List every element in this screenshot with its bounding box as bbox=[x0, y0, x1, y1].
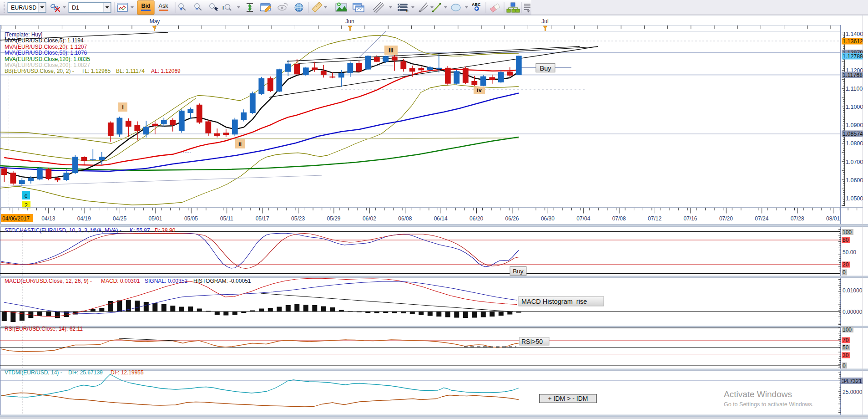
svg-text:K: 55.87: K: 55.87 bbox=[130, 227, 150, 234]
svg-text:Jun: Jun bbox=[345, 18, 354, 25]
svg-text:07/20: 07/20 bbox=[719, 215, 733, 222]
svg-text:05/17: 05/17 bbox=[256, 215, 269, 222]
svg-text:MVA(EUR/USD.Close,50): 1.1076: MVA(EUR/USD.Close,50): 1.1076 bbox=[5, 50, 87, 56]
svg-text:BL: 1.11174: BL: 1.11174 bbox=[116, 68, 145, 74]
svg-text:07/04: 07/04 bbox=[576, 215, 590, 222]
svg-text:MVA(EUR/USD.Close,20): 1.1207: MVA(EUR/USD.Close,20): 1.1207 bbox=[5, 44, 87, 50]
svg-text:I: I bbox=[222, 5, 224, 10]
svg-text:06/20: 06/20 bbox=[469, 215, 483, 222]
svg-text:1.0500: 1.0500 bbox=[846, 195, 863, 202]
svg-text:VTDMI(EUR/USD, 14) -: VTDMI(EUR/USD, 14) - bbox=[5, 369, 62, 376]
svg-text:0: 0 bbox=[843, 363, 846, 369]
svg-text:0.00000: 0.00000 bbox=[843, 309, 863, 315]
svg-text:Buy: Buy bbox=[513, 268, 524, 275]
svg-text:04/25: 04/25 bbox=[113, 215, 126, 222]
svg-text:TL: 1.12965: TL: 1.12965 bbox=[81, 68, 111, 74]
svg-text:06/08: 06/08 bbox=[398, 215, 412, 222]
svg-text:06/02: 06/02 bbox=[363, 215, 376, 222]
svg-text:80: 80 bbox=[843, 237, 849, 243]
svg-text:Bid: Bid bbox=[141, 3, 150, 9]
svg-text:100: 100 bbox=[843, 327, 852, 333]
svg-text:04/06/2017: 04/06/2017 bbox=[2, 215, 30, 222]
svg-text:06/26: 06/26 bbox=[505, 215, 519, 222]
svg-text:05/11: 05/11 bbox=[220, 215, 233, 222]
svg-text:D1: D1 bbox=[72, 5, 79, 11]
svg-text:DI-: 12.19955: DI-: 12.19955 bbox=[111, 369, 144, 376]
svg-text:BB(EUR/USD.Close, 20, 2) -: BB(EUR/USD.Close, 20, 2) - bbox=[5, 68, 74, 74]
svg-text:20: 20 bbox=[843, 261, 849, 268]
svg-text:05/29: 05/29 bbox=[327, 215, 340, 222]
svg-text:04/19: 04/19 bbox=[77, 215, 91, 222]
svg-text:MVA(EUR/USD.Close,120): 1.0835: MVA(EUR/USD.Close,120): 1.0835 bbox=[5, 56, 90, 62]
svg-text:c: c bbox=[25, 192, 28, 199]
svg-text:07/28: 07/28 bbox=[791, 215, 804, 222]
svg-text:1.11768: 1.11768 bbox=[843, 72, 863, 78]
svg-text:MACD(EUR/USD.Close, 12, 26, 9): MACD(EUR/USD.Close, 12, 26, 9) - bbox=[5, 278, 92, 284]
svg-text:AL: 1.12069: AL: 1.12069 bbox=[151, 68, 181, 74]
svg-text:1.1100: 1.1100 bbox=[846, 86, 863, 92]
svg-text:1.1400: 1.1400 bbox=[846, 31, 863, 37]
svg-text:MACD Histogram rise: MACD Histogram rise bbox=[521, 298, 587, 305]
svg-text:DI+: 25.67139: DI+: 25.67139 bbox=[68, 369, 103, 376]
svg-text:34.7321: 34.7321 bbox=[842, 378, 862, 384]
svg-text:30: 30 bbox=[843, 352, 849, 358]
svg-text:SIGNAL: 0.00352: SIGNAL: 0.00352 bbox=[145, 278, 187, 284]
svg-text:05/23: 05/23 bbox=[291, 215, 305, 222]
svg-text:0: 0 bbox=[843, 269, 846, 276]
svg-text:07/08: 07/08 bbox=[612, 215, 626, 222]
svg-text:MVA(EUR/USD.Close,5): 1.1194: MVA(EUR/USD.Close,5): 1.1194 bbox=[5, 37, 84, 44]
svg-text:1.0900: 1.0900 bbox=[846, 122, 863, 128]
svg-text:ABC: ABC bbox=[472, 2, 481, 7]
svg-text:25.0000: 25.0000 bbox=[843, 389, 863, 395]
svg-text:RSI(EUR/USD.Close, 14): 62.11: RSI(EUR/USD.Close, 14): 62.11 bbox=[5, 326, 83, 332]
svg-text:HISTOGRAM: -0.00051: HISTOGRAM: -0.00051 bbox=[193, 278, 251, 284]
svg-text:1.0800: 1.0800 bbox=[846, 140, 863, 147]
svg-text:F: F bbox=[406, 9, 409, 13]
svg-text:1.08574: 1.08574 bbox=[843, 131, 863, 137]
svg-text:05/01: 05/01 bbox=[148, 215, 162, 222]
svg-text:i: i bbox=[122, 104, 124, 111]
svg-text:Go to Settings to activate Win: Go to Settings to activate Windows. bbox=[724, 401, 813, 408]
svg-text:D: 38.90: D: 38.90 bbox=[155, 227, 176, 234]
svg-text:08/01: 08/01 bbox=[826, 215, 840, 222]
svg-text:1.0600: 1.0600 bbox=[846, 177, 863, 184]
svg-text:100: 100 bbox=[843, 229, 852, 235]
svg-text:+ IDM > - IDM: + IDM > - IDM bbox=[548, 395, 588, 402]
svg-text:07/16: 07/16 bbox=[683, 215, 697, 222]
svg-text:1.1000: 1.1000 bbox=[846, 104, 863, 110]
svg-text:Buy: Buy bbox=[540, 65, 552, 72]
svg-text:05/05: 05/05 bbox=[184, 215, 198, 222]
svg-text:MACD: 0.00301: MACD: 0.00301 bbox=[101, 278, 140, 284]
svg-text:1.13612: 1.13612 bbox=[843, 38, 863, 45]
svg-text:07/24: 07/24 bbox=[755, 215, 768, 222]
svg-text:Activate Windows: Activate Windows bbox=[724, 389, 792, 399]
svg-text:1.0700: 1.0700 bbox=[846, 159, 863, 165]
svg-text:07/12: 07/12 bbox=[648, 215, 661, 222]
svg-text:MVA(EUR/USD.Close,200): 1.0827: MVA(EUR/USD.Close,200): 1.0827 bbox=[5, 62, 90, 68]
svg-text:Ask: Ask bbox=[159, 3, 169, 9]
svg-text:0.01000: 0.01000 bbox=[843, 287, 863, 294]
svg-text:04/13: 04/13 bbox=[41, 215, 55, 222]
svg-text:ii: ii bbox=[238, 141, 242, 148]
svg-text:[Template: Huy]: [Template: Huy] bbox=[5, 31, 42, 38]
svg-text:06/14: 06/14 bbox=[434, 215, 448, 222]
svg-text:Jul: Jul bbox=[541, 18, 548, 25]
svg-text:70: 70 bbox=[843, 337, 849, 343]
svg-text:STOCHASTIC(EUR/USD, 10, 3, 3,: STOCHASTIC(EUR/USD, 10, 3, 3, MVA, MVA) … bbox=[5, 227, 121, 234]
svg-text:1.12789: 1.12789 bbox=[843, 53, 863, 60]
svg-text:50: 50 bbox=[843, 344, 849, 351]
svg-text:06/30: 06/30 bbox=[541, 215, 555, 222]
svg-text:May: May bbox=[150, 18, 160, 25]
svg-text:50.00: 50.00 bbox=[843, 249, 856, 255]
svg-text:EUR/USD: EUR/USD bbox=[11, 5, 36, 11]
svg-text:iv: iv bbox=[477, 87, 482, 93]
svg-text:RSI>50: RSI>50 bbox=[521, 338, 543, 345]
svg-text:iii: iii bbox=[389, 47, 394, 54]
